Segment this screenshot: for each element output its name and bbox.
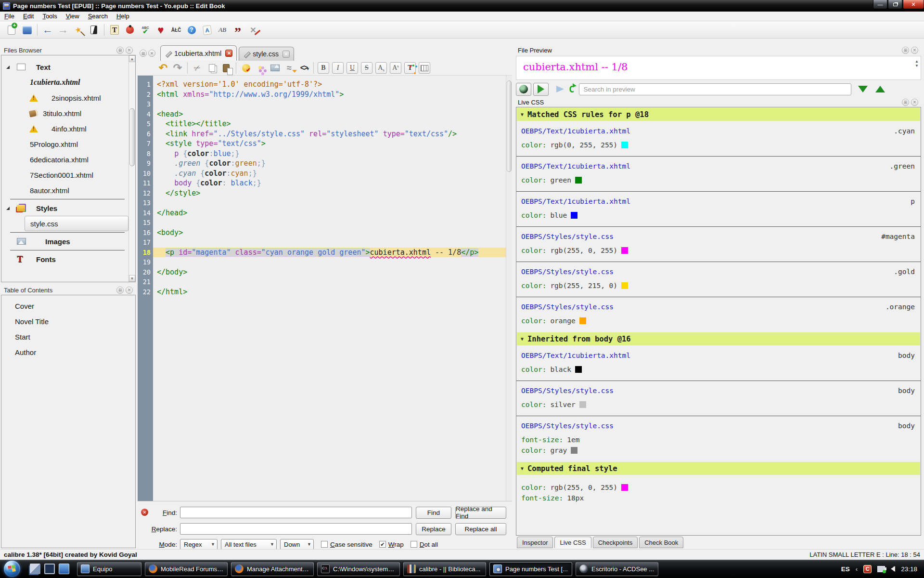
taskbar-button[interactable]: Escritorio - ACDSee ...	[576, 562, 658, 576]
quick-launch-icon[interactable]	[59, 564, 69, 574]
code-line-14[interactable]: </head>	[153, 208, 506, 218]
code-line-4[interactable]: <head>	[153, 109, 506, 119]
spellcheck-button[interactable]	[138, 23, 153, 37]
files-section-fonts[interactable]: Fonts	[1, 251, 128, 267]
css-file-link[interactable]: OEBPS/Text/1cubierta.xhtml	[521, 352, 630, 359]
copy-button[interactable]	[205, 62, 219, 74]
code-line-1[interactable]: <?xml version='1.0' encoding='utf-8'?>	[153, 79, 506, 90]
run-preview-button[interactable]	[533, 83, 549, 96]
close-panel-icon[interactable]: ✕	[911, 47, 918, 54]
toc-edit-button[interactable]	[86, 23, 102, 37]
check-book-button[interactable]	[122, 23, 138, 37]
fix-html-button[interactable]	[239, 62, 253, 74]
expand-caret-icon[interactable]	[6, 66, 10, 69]
beautify-button[interactable]	[253, 62, 268, 74]
css-file-link[interactable]: OEBPS/Text/1cubierta.xhtml	[521, 197, 630, 205]
taskbar-button[interactable]: Page numbers Test [...	[489, 562, 572, 576]
insert-tag-button[interactable]	[282, 62, 296, 74]
tray-expand-icon[interactable]: ‹	[856, 565, 858, 573]
file-item-2sinopsis.xhtml[interactable]: 2sinopsis.xhtml	[1, 90, 128, 105]
file-item-3titulo.xhtml[interactable]: 3titulo.xhtml	[1, 105, 128, 121]
css-section-header[interactable]: ▼Inherited from body @16	[517, 332, 920, 345]
undo-button[interactable]	[156, 62, 170, 74]
css-section-header[interactable]: ▼Computed final style	[517, 462, 920, 475]
preview-search-input[interactable]: Search in preview	[579, 83, 851, 95]
scroll-up-icon[interactable]: ▲	[129, 55, 135, 62]
taskbar-button[interactable]: Equipo	[77, 562, 141, 576]
code-line-10[interactable]: .cyan {color:cyan;}	[153, 169, 506, 179]
collapse-triangle-icon[interactable]: ▼	[521, 112, 524, 117]
scroll-down-icon[interactable]: ▼	[129, 275, 135, 282]
code-line-15[interactable]	[153, 218, 506, 228]
replace-all-button[interactable]: Replace all	[455, 523, 506, 535]
css-file-link[interactable]: OEBPS/Styles/style.css	[521, 422, 614, 430]
editor-scrollbar[interactable]	[506, 76, 512, 501]
css-file-link[interactable]: OEBPS/Text/1cubierta.xhtml	[521, 162, 630, 170]
collapse-triangle-icon[interactable]: ▼	[521, 336, 524, 342]
float-panel-icon[interactable]: ⊞	[116, 47, 124, 54]
restore-button[interactable]	[888, 0, 902, 9]
back-button[interactable]	[40, 23, 55, 37]
compare-button[interactable]	[215, 23, 230, 37]
css-file-link[interactable]: OEBPS/Text/1cubierta.xhtml	[521, 127, 630, 135]
files-section-styles[interactable]: Styles	[1, 200, 128, 216]
file-item-5Prologo.xhtml[interactable]: 5Prologo.xhtml	[1, 136, 128, 152]
checkbox-box-icon[interactable]	[411, 541, 417, 548]
expand-caret-icon[interactable]	[6, 207, 10, 210]
menu-help[interactable]: Help	[112, 12, 134, 21]
save-button[interactable]	[19, 23, 35, 37]
collapse-triangle-icon[interactable]: ▼	[521, 466, 524, 471]
file-item-1cubierta.xhtml[interactable]: 1cubierta.xhtml	[1, 75, 128, 90]
checkbox-case-sensitive[interactable]: Case sensitive	[321, 541, 372, 548]
tab-style.css[interactable]: style.css✕	[239, 47, 294, 61]
files-section-images[interactable]: Images	[1, 234, 128, 249]
float-editor-icon[interactable]: ⊞	[140, 50, 147, 57]
code-line-21[interactable]	[153, 277, 506, 287]
remove-unused-button[interactable]	[245, 23, 261, 37]
code-line-3[interactable]	[153, 99, 506, 109]
forward-button[interactable]	[55, 23, 71, 37]
underline-button[interactable]	[346, 62, 358, 74]
close-panel-icon[interactable]: ✕	[126, 287, 133, 294]
menu-file[interactable]: File	[0, 12, 19, 21]
dock-tab-inspector[interactable]: Inspector	[517, 537, 553, 548]
scope-select[interactable]: All text files▼	[221, 539, 277, 550]
files-section-text[interactable]: Text	[1, 59, 128, 75]
code-line-19[interactable]	[153, 257, 506, 267]
replace-and-find-button[interactable]: Replace and Find	[455, 507, 506, 519]
insert-text-button[interactable]	[107, 23, 122, 37]
view-images-button[interactable]	[199, 23, 215, 37]
close-panel-icon[interactable]: ✕	[126, 47, 133, 54]
css-file-link[interactable]: OEBPS/Styles/style.css	[521, 268, 614, 276]
checkbox-box-icon[interactable]: ✔	[379, 541, 386, 548]
code-lines[interactable]: <?xml version='1.0' encoding='utf-8'?><h…	[153, 76, 506, 501]
file-item-7Section0001.xhtml[interactable]: 7Section0001.xhtml	[1, 167, 128, 183]
code-line-22[interactable]: </html>	[153, 287, 506, 297]
close-tab-icon[interactable]: ✕	[225, 50, 232, 57]
bold-button[interactable]	[318, 62, 329, 74]
dock-tab-check-book[interactable]: Check Book	[639, 537, 683, 548]
search-next-icon[interactable]	[858, 86, 868, 92]
language-indicator[interactable]: ES	[841, 565, 850, 573]
file-item-style.css[interactable]: style.css	[25, 216, 128, 231]
file-item-8autor.xhtml[interactable]: 8autor.xhtml	[1, 183, 128, 198]
insert-image-button[interactable]	[268, 62, 282, 74]
toc-item-start[interactable]: Start	[1, 329, 128, 344]
browser-preview-button[interactable]	[516, 83, 531, 96]
code-line-9[interactable]: .green {color:green;}	[153, 158, 506, 169]
menu-search[interactable]: Search	[84, 12, 112, 21]
subscript-button[interactable]	[375, 62, 387, 74]
code-line-12[interactable]: </style>	[153, 188, 506, 198]
tab-1cubierta.xhtml[interactable]: 1cubierta.xhtml✕	[160, 45, 237, 61]
menu-edit[interactable]: Edit	[19, 12, 38, 21]
taskbar-button[interactable]: Manage Attachments...	[231, 562, 314, 576]
smarten-punctuation-button[interactable]	[230, 23, 245, 37]
network-icon[interactable]	[877, 566, 885, 572]
refresh-icon[interactable]: C	[569, 84, 574, 94]
code-line-13[interactable]	[153, 198, 506, 208]
close-panel-icon[interactable]: ✕	[911, 99, 918, 106]
direction-select[interactable]: Down▼	[280, 539, 314, 550]
mode-select[interactable]: Regex▼	[180, 539, 218, 550]
toc-item-author[interactable]: Author	[1, 344, 128, 360]
beautify-wand-button[interactable]	[71, 23, 86, 37]
